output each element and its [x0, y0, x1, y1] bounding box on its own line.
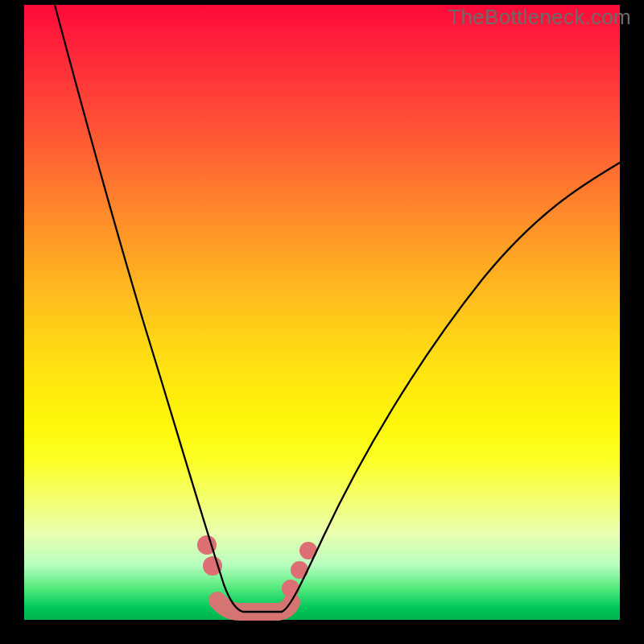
curve-left-branch: [55, 5, 243, 612]
valley-highlight: [217, 601, 291, 612]
bottleneck-curve: [24, 5, 620, 620]
curve-right-branch: [282, 163, 620, 612]
highlight-dot: [282, 580, 299, 597]
